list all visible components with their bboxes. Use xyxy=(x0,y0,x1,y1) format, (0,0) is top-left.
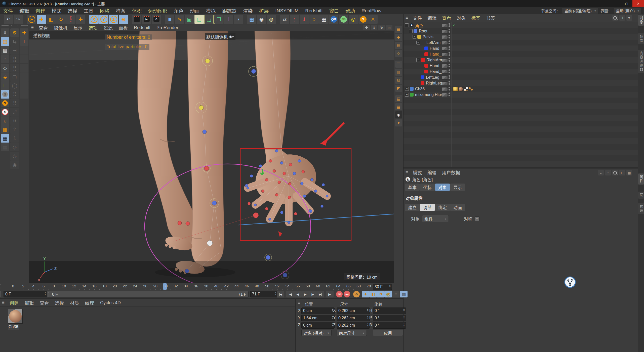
dot-grid-eye-3-icon[interactable]: ◉ xyxy=(10,160,19,169)
attribute-menu-item-1[interactable]: 编辑 xyxy=(425,169,439,176)
spinner-icon[interactable]: ▲▼ xyxy=(403,323,405,326)
record-scale-toggle[interactable]: ◧ xyxy=(369,291,377,297)
texture-t-icon[interactable]: T xyxy=(20,37,28,46)
visibility-dots[interactable] xyxy=(449,93,450,96)
visibility-dots[interactable] xyxy=(449,52,450,56)
viewport-menu-item-3[interactable]: 选项 xyxy=(86,24,101,31)
visibility-chip[interactable] xyxy=(442,41,448,45)
visibility-dots[interactable] xyxy=(449,75,450,79)
record-pla-toggle[interactable]: ⠿ xyxy=(392,291,399,297)
object-row-rightleg[interactable]: RightLeg xyxy=(404,80,638,86)
attribute-menu-item-2[interactable]: 用户数据 xyxy=(439,169,463,176)
tab-2[interactable]: 对象 xyxy=(435,184,450,191)
points-mode-button[interactable]: ∴ xyxy=(1,55,9,63)
z-axis-lock[interactable]: Z xyxy=(109,15,118,24)
zoom-view-icon[interactable]: ⇕ xyxy=(371,25,377,30)
mode-button-1[interactable]: 调节 xyxy=(420,204,435,211)
object-row-pelvis[interactable]: −Pelvis xyxy=(404,34,638,40)
palette-grid-icon[interactable]: ▦ xyxy=(395,26,402,33)
main-menu-item-18[interactable]: 窗口 xyxy=(326,7,342,14)
undo-button[interactable]: ↶ xyxy=(4,15,13,24)
palette-frame-icon[interactable]: ⊡ xyxy=(395,77,402,84)
dots-transfer-2-icon[interactable]: ⣿ xyxy=(10,64,19,72)
edges-mode-button[interactable]: ◇ xyxy=(1,64,9,72)
current-frame-field[interactable]: 30 F ▲▼ xyxy=(373,284,392,290)
visibility-dots[interactable] xyxy=(449,40,450,44)
visibility-chip[interactable] xyxy=(442,76,448,79)
main-menu-item-9[interactable]: 运动图形 xyxy=(145,7,171,14)
main-menu-item-8[interactable]: 体积 xyxy=(129,7,145,14)
viewport-menu-item-0[interactable]: 查看 xyxy=(36,24,51,31)
coord-field-2-2[interactable]: 0 °▲▼ xyxy=(373,322,406,329)
dot-grid-eye-icon[interactable]: ◎ xyxy=(10,143,19,151)
object-row-mixamorig-hips[interactable]: +mixamorig:Hips xyxy=(404,92,638,98)
x-particles-icon[interactable]: ✕ xyxy=(368,15,378,24)
psr-tool[interactable]: PSR xyxy=(66,15,75,24)
pan-view-icon[interactable]: ✚ xyxy=(363,25,370,30)
material-menu-item-5[interactable]: 纹理 xyxy=(82,299,97,306)
coordinates-tool[interactable]: ✚ xyxy=(76,15,85,24)
dock-drag-handle[interactable] xyxy=(11,25,18,28)
dock-drag-handle[interactable] xyxy=(21,25,28,28)
next-key-button[interactable]: ▶| xyxy=(316,291,324,297)
spline-pen-menu[interactable]: ✎ xyxy=(175,15,184,24)
visibility-chip[interactable] xyxy=(442,93,448,97)
expander-icon[interactable]: − xyxy=(413,35,416,39)
psr-letters-icon[interactable]: PSR xyxy=(290,15,299,24)
texture-tag-icon[interactable] xyxy=(453,87,458,91)
x-axis-lock[interactable]: X xyxy=(89,15,99,24)
visibility-chip[interactable] xyxy=(442,24,448,27)
ruler-drag-handle[interactable] xyxy=(1,284,3,289)
preview-start-field[interactable]: 0 F ▲▼ xyxy=(4,291,47,297)
main-menu-item-13[interactable]: 跟踪器 xyxy=(219,7,240,14)
goto-end-button[interactable]: ▶| xyxy=(326,291,334,297)
palette-cells-icon[interactable]: ▦ xyxy=(395,103,402,110)
main-menu-item-17[interactable]: Redshift xyxy=(302,8,326,14)
record-keyframe-button[interactable]: ⚿ xyxy=(336,291,343,297)
interface-dropdown[interactable]: 启动 (用户)∨ xyxy=(614,8,641,14)
spinner-icon[interactable]: ▲▼ xyxy=(367,323,369,326)
expander-icon[interactable]: − xyxy=(416,41,420,45)
material-name[interactable]: Ch36 xyxy=(8,324,19,330)
record-position-toggle[interactable]: ✚ xyxy=(362,291,369,297)
palette-box-icon[interactable]: ▤ xyxy=(395,42,402,49)
jb-badge-icon[interactable]: JB xyxy=(339,15,348,24)
object-manager-menu-item-0[interactable]: 文件 xyxy=(410,15,425,21)
render-view-button[interactable] xyxy=(132,15,141,24)
material-menu-item-2[interactable]: 查看 xyxy=(37,299,52,306)
expander-icon[interactable]: + xyxy=(405,93,409,97)
object-row-leftarm[interactable]: −LeftArm xyxy=(404,40,638,46)
material-menu-item-3[interactable]: 选择 xyxy=(52,299,67,306)
psr-transfer-icon[interactable]: ⇄ xyxy=(280,15,289,24)
visibility-dots[interactable] xyxy=(449,29,450,33)
visibility-dots[interactable] xyxy=(449,58,450,62)
slider-grip-icon[interactable] xyxy=(49,292,51,296)
visibility-dots[interactable] xyxy=(449,46,450,50)
visibility-chip[interactable] xyxy=(442,29,448,33)
main-menu-item-11[interactable]: 动画 xyxy=(187,7,203,14)
cube-outline-icon[interactable]: ▢ xyxy=(10,72,19,81)
hamburger-icon[interactable]: ≡ xyxy=(404,170,410,175)
spinner-icon[interactable]: ▲▼ xyxy=(367,316,369,319)
coord-field-2-0[interactable]: 0 °▲▼ xyxy=(373,307,406,314)
spinner-icon[interactable]: ▲▼ xyxy=(44,292,46,295)
main-menu-item-1[interactable]: 编辑 xyxy=(16,7,32,14)
main-menu-item-5[interactable]: 工具 xyxy=(80,7,97,14)
convert-object-button[interactable]: ⬇ xyxy=(1,28,9,37)
viewport-menu-item-6[interactable]: Redshift xyxy=(131,25,153,30)
main-menu-item-2[interactable]: 创建 xyxy=(32,7,48,14)
palette-cross-icon[interactable]: ✚ xyxy=(395,34,402,41)
dashed-circle-icon[interactable]: ◌ xyxy=(309,15,319,24)
volume-menu[interactable]: ❒ xyxy=(214,15,223,24)
spinner-icon[interactable]: ▲▼ xyxy=(389,284,391,288)
scene-3d-view[interactable]: Y Z X xyxy=(29,31,394,283)
s-badge-icon[interactable]: S xyxy=(358,15,368,24)
dot-grid-down-icon[interactable]: ⇩ xyxy=(10,134,19,143)
palette-half-icon[interactable]: ◩ xyxy=(395,85,402,92)
motion-system-button[interactable]: ▥ xyxy=(400,291,408,297)
spinner-icon[interactable]: ▲▼ xyxy=(367,308,369,312)
y-axis-lock[interactable]: Y xyxy=(99,15,108,24)
main-menu-item-6[interactable]: 网格 xyxy=(97,7,113,14)
coord-field-1-2[interactable]: 0.262 cm▲▼ xyxy=(337,322,370,329)
back-arrow-icon[interactable]: ← xyxy=(598,170,604,175)
